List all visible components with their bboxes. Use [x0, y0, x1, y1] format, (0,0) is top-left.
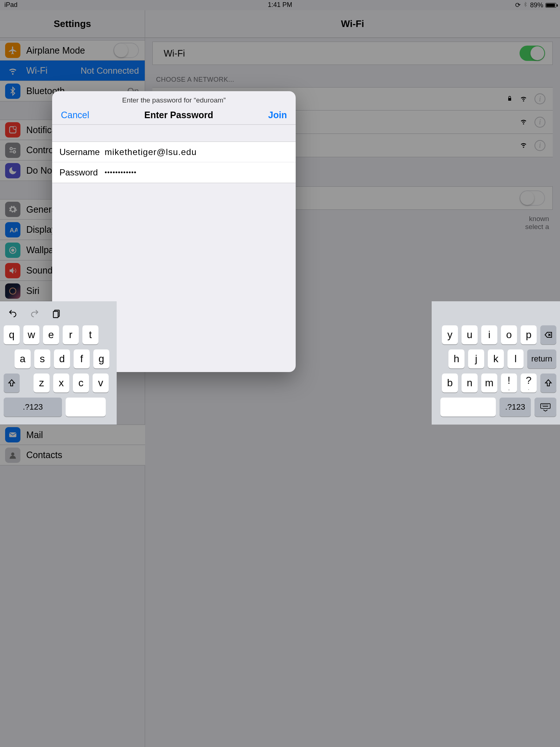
clipboard-icon[interactable]	[51, 309, 62, 320]
key-q[interactable]: q	[4, 325, 20, 344]
svg-rect-14	[541, 404, 550, 409]
key-n[interactable]: n	[462, 374, 478, 392]
key-d[interactable]: d	[54, 349, 70, 368]
password-row[interactable]: Password ••••••••••••	[52, 162, 296, 183]
key-r[interactable]: r	[63, 325, 79, 344]
dismiss-keyboard-key[interactable]	[534, 398, 556, 417]
password-field[interactable]: ••••••••••••	[105, 169, 288, 177]
key-f[interactable]: f	[74, 349, 90, 368]
keyboard-left: q w e r t a s d f g z x c v .?123	[0, 301, 117, 425]
svg-rect-13	[53, 311, 58, 318]
return-key[interactable]: return	[527, 349, 556, 368]
key-c[interactable]: c	[73, 374, 89, 392]
key-o[interactable]: o	[501, 325, 517, 344]
shift-key[interactable]	[540, 374, 556, 392]
join-button[interactable]: Join	[268, 110, 287, 120]
key-l[interactable]: l	[508, 349, 524, 368]
username-label: Username	[59, 147, 105, 157]
shift-key[interactable]	[4, 374, 20, 392]
key-s[interactable]: s	[34, 349, 50, 368]
password-label: Password	[59, 167, 105, 178]
key-a[interactable]: a	[15, 349, 31, 368]
key-i[interactable]: i	[481, 325, 497, 344]
key-e[interactable]: e	[43, 325, 59, 344]
backspace-key[interactable]	[540, 325, 556, 344]
key-question[interactable]: ?.	[521, 374, 537, 392]
key-z[interactable]: z	[34, 374, 50, 392]
numeric-key[interactable]: .?123	[499, 398, 531, 417]
key-x[interactable]: x	[53, 374, 69, 392]
key-h[interactable]: h	[448, 349, 464, 368]
username-row[interactable]: Username mikethetiger@lsu.edu	[52, 142, 296, 162]
key-j[interactable]: j	[468, 349, 484, 368]
redo-icon[interactable]	[29, 309, 40, 320]
key-b[interactable]: b	[442, 374, 458, 392]
key-m[interactable]: m	[481, 374, 497, 392]
modal-title: Enter Password	[144, 110, 213, 120]
key-g[interactable]: g	[93, 349, 109, 368]
key-exclaim[interactable]: !,	[501, 374, 517, 392]
space-key-left[interactable]	[66, 398, 106, 417]
modal-subtitle: Enter the password for “eduroam”	[52, 91, 296, 106]
space-key-right[interactable]	[440, 398, 496, 417]
key-t[interactable]: t	[82, 325, 98, 344]
username-field[interactable]: mikethetiger@lsu.edu	[105, 147, 288, 157]
undo-icon[interactable]	[7, 309, 18, 320]
cancel-button[interactable]: Cancel	[61, 110, 89, 120]
keyboard-right: y u i o p h j k l return b n m !, ?. .?1…	[432, 301, 560, 425]
numeric-key[interactable]: .?123	[4, 398, 62, 417]
key-y[interactable]: y	[442, 325, 458, 344]
key-p[interactable]: p	[521, 325, 537, 344]
key-u[interactable]: u	[462, 325, 478, 344]
key-k[interactable]: k	[488, 349, 504, 368]
key-w[interactable]: w	[23, 325, 39, 344]
key-v[interactable]: v	[93, 374, 109, 392]
